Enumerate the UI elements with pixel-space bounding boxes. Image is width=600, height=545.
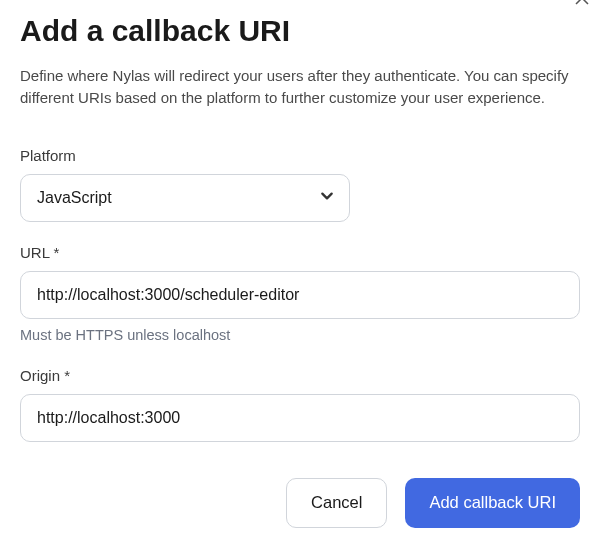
platform-field: Platform JavaScript [20,147,580,222]
url-input[interactable] [20,271,580,319]
url-block: URL * Must be HTTPS unless localhost [20,244,580,343]
submit-button[interactable]: Add callback URI [405,478,580,528]
platform-label: Platform [20,147,580,164]
url-label: URL * [20,244,580,261]
origin-label: Origin * [20,367,580,384]
dialog-actions: Cancel Add callback URI [20,478,580,528]
dialog-title: Add a callback URI [20,14,580,48]
url-help-text: Must be HTTPS unless localhost [20,327,580,343]
close-button[interactable] [574,0,590,10]
dialog-description: Define where Nylas will redirect your us… [20,65,580,109]
origin-input[interactable] [20,394,580,442]
add-callback-dialog: Add a callback URI Define where Nylas wi… [0,0,600,545]
platform-select-wrapper: JavaScript [20,174,350,222]
cancel-button[interactable]: Cancel [286,478,387,528]
platform-select[interactable]: JavaScript [20,174,350,222]
close-icon [574,0,590,6]
origin-field: Origin * [20,367,580,442]
url-field: URL * [20,244,580,319]
